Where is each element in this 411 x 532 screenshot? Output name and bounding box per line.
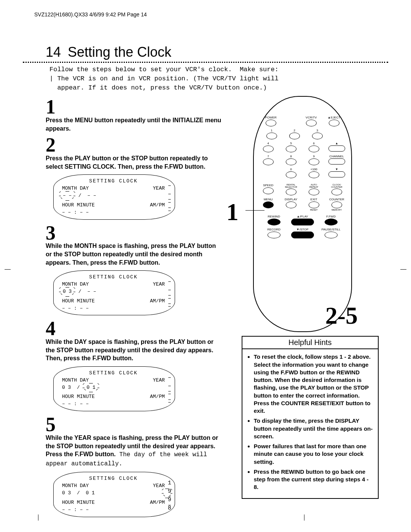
step-number: 1	[46, 98, 223, 116]
btn-sublabel: RESET	[310, 209, 318, 211]
display-button[interactable]	[286, 201, 296, 208]
btn-label: 1	[271, 129, 272, 132]
btn-label: MENU	[264, 198, 273, 201]
step-text: Press the PLAY button or the STOP button…	[46, 154, 223, 171]
btn-label: POWER	[265, 116, 277, 119]
hints-body: To reset the clock, follow steps 1 - 2 a…	[242, 351, 378, 498]
digit-button[interactable]	[286, 145, 296, 152]
display-title: SETTING CLOCK	[62, 178, 165, 185]
step-number: 4	[46, 320, 223, 338]
display-label: YEAR	[153, 377, 165, 384]
main-columns: 1 Press the MENU button repeatedly until…	[23, 96, 388, 521]
play-button[interactable]	[291, 219, 314, 225]
vcr-display: SETTING CLOCK MONTH DAY YEAR 0 3 / 0 1 –…	[53, 366, 175, 411]
hints-separator	[242, 348, 378, 349]
display-label: AM/PM	[150, 202, 165, 209]
btn-label: 2	[293, 129, 295, 132]
helpful-hints-box: Helpful Hints To reset the clock, follow…	[242, 336, 379, 498]
display-value: – – : – –	[62, 401, 89, 408]
plus100-button[interactable]	[309, 171, 319, 178]
btn-label: 8	[290, 155, 292, 158]
digit-button[interactable]	[312, 133, 323, 139]
menu-button[interactable]	[263, 201, 274, 208]
btn-label: PAUSE/STILL	[322, 228, 341, 231]
channel-up-button[interactable]	[328, 145, 345, 152]
record-button[interactable]	[268, 232, 280, 238]
digit-button[interactable]	[289, 133, 300, 139]
auto-repeat-button[interactable]	[309, 189, 319, 195]
btn-label: EXIT	[311, 198, 317, 201]
step-text: Press the MENU button repeatedly until t…	[46, 116, 223, 133]
ffwd-button[interactable]	[325, 219, 338, 225]
title-separator	[23, 62, 388, 63]
display-side: – –	[168, 291, 175, 308]
digit-button[interactable]	[263, 145, 274, 152]
btn-label: 7	[267, 155, 269, 158]
power-button[interactable]	[266, 120, 276, 126]
btn-label: COUNTER	[329, 198, 344, 201]
display-label: HOUR MINUTE	[62, 202, 95, 209]
btn-label: SPEED	[263, 184, 273, 187]
vcr-display: SETTING CLOCK MONTH DAY YEAR – – / – – –…	[53, 174, 175, 219]
display-label: HOUR MINUTE	[62, 499, 95, 506]
btn-label: 3	[316, 129, 318, 132]
step-reference: 2-5	[325, 302, 358, 330]
btn-label: AUTO REPEAT	[307, 184, 321, 188]
display-side: – –	[168, 493, 175, 510]
hint-item: To display the time, press the DISPLAY b…	[254, 417, 373, 440]
btn-label: 6	[313, 142, 314, 145]
display-value: 0 3 / 0 1	[62, 490, 95, 497]
step-text: While the DAY space is flashing, press t…	[46, 338, 223, 363]
step-reference: 1	[226, 198, 239, 226]
display-side: – –	[168, 387, 175, 404]
digit-button[interactable]	[309, 145, 319, 152]
step-number: 2	[46, 136, 223, 154]
display-label: MONTH DAY	[62, 377, 89, 384]
btn-label: VCR/TV	[306, 116, 317, 119]
crop-mark	[304, 514, 304, 521]
crop-mark	[400, 266, 406, 272]
page-title: 14 Setting the Clock	[46, 44, 388, 60]
clock-counter-button[interactable]	[331, 189, 342, 195]
display-label: AM/PM	[150, 298, 165, 305]
btn-label: RENTAL SELECTOR	[284, 184, 298, 188]
hints-title: Helpful Hints	[242, 337, 378, 348]
exit-button[interactable]	[309, 201, 319, 208]
crop-mark	[38, 514, 38, 521]
speed-button[interactable]	[263, 187, 274, 194]
remote-control: POWER VCR/TV ▲EJECT 1 2 3 4 5	[253, 96, 352, 332]
digit-button[interactable]	[263, 158, 274, 165]
btn-label: ▲/PLAY	[297, 215, 308, 218]
btn-label: DISPLAY	[285, 198, 297, 201]
digit-button[interactable]	[286, 171, 296, 178]
btn-label: F.FWD	[327, 215, 336, 218]
stop-button[interactable]	[291, 232, 314, 238]
btn-label: RECORD	[267, 228, 280, 231]
digit-button[interactable]	[286, 158, 296, 165]
rewind-button[interactable]	[268, 219, 280, 225]
display-title: SETTING CLOCK	[62, 370, 165, 377]
digit-button[interactable]	[309, 158, 319, 165]
pause-button[interactable]	[325, 232, 338, 238]
remote-figure: 1 POWER VCR/TV ▲EJECT 1 2 3	[230, 96, 388, 340]
vcr-tv-button[interactable]	[306, 120, 317, 126]
display-value: – – / – –	[62, 192, 96, 200]
digit-button[interactable]	[266, 133, 277, 139]
intro-text: Follow the steps below to set your VCR's…	[49, 65, 388, 92]
title-number: 14	[46, 44, 61, 60]
eject-button[interactable]	[329, 120, 339, 126]
display-label: YEAR	[153, 185, 165, 192]
channel-button[interactable]	[328, 158, 345, 165]
channel-down-button[interactable]	[328, 171, 345, 177]
btn-sublabel: MEMORY	[331, 209, 342, 211]
btn-label: ▼/STOP	[296, 228, 309, 231]
rental-selector-button[interactable]	[286, 189, 296, 195]
btn-label: 9	[313, 155, 314, 158]
btn-label: +100	[311, 168, 317, 171]
display-value: – – : – –	[62, 305, 89, 312]
page: SVZ122(H1680).QX33 4/6/99 9:42 PM Page 1…	[0, 0, 411, 532]
display-value: – – : – –	[62, 209, 89, 216]
counter-button[interactable]	[331, 201, 342, 208]
btn-label: 5	[290, 142, 292, 145]
prepress-header: SVZ122(H1680).QX33 4/6/99 9:42 PM Page 1…	[34, 11, 388, 18]
